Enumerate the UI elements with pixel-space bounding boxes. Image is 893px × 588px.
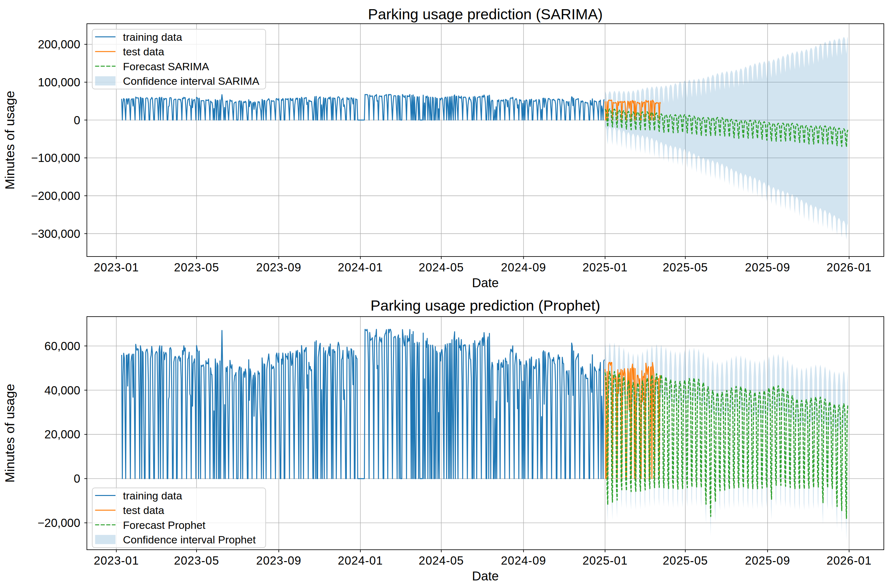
svg-text:Minutes of usage: Minutes of usage: [3, 384, 17, 482]
svg-text:Date: Date: [472, 276, 499, 290]
svg-text:Forecast Prophet: Forecast Prophet: [123, 519, 206, 531]
svg-text:Confidence interval Prophet: Confidence interval Prophet: [123, 534, 256, 546]
svg-text:Forecast SARIMA: Forecast SARIMA: [123, 60, 209, 72]
svg-text:2024-01: 2024-01: [338, 261, 383, 274]
svg-text:2024-05: 2024-05: [419, 554, 464, 567]
svg-text:2023-01: 2023-01: [94, 554, 139, 567]
svg-text:200,000: 200,000: [38, 38, 80, 51]
svg-text:2023-09: 2023-09: [256, 261, 302, 274]
svg-text:2025-09: 2025-09: [745, 261, 790, 274]
svg-text:40,000: 40,000: [44, 384, 80, 397]
svg-text:2025-09: 2025-09: [745, 554, 790, 567]
svg-text:2026-01: 2026-01: [827, 261, 872, 274]
svg-text:training data: training data: [123, 490, 182, 502]
svg-text:0: 0: [74, 472, 80, 485]
svg-text:2025-05: 2025-05: [663, 261, 708, 274]
svg-text:2023-01: 2023-01: [94, 261, 139, 274]
svg-text:test data: test data: [123, 45, 165, 58]
svg-text:Date: Date: [472, 569, 499, 583]
svg-text:0: 0: [74, 114, 80, 127]
svg-text:Parking usage prediction (Prop: Parking usage prediction (Prophet): [371, 297, 600, 314]
svg-text:Parking usage prediction (SARI: Parking usage prediction (SARIMA): [368, 6, 603, 22]
svg-text:−300,000: −300,000: [31, 227, 80, 240]
svg-text:−200,000: −200,000: [31, 189, 80, 202]
svg-text:Minutes of usage: Minutes of usage: [3, 91, 17, 189]
svg-text:2023-05: 2023-05: [174, 261, 219, 274]
svg-text:2023-05: 2023-05: [174, 554, 219, 567]
svg-text:2025-01: 2025-01: [583, 261, 628, 274]
svg-text:2024-01: 2024-01: [338, 554, 383, 567]
svg-text:2025-01: 2025-01: [583, 554, 628, 567]
svg-text:−20,000: −20,000: [38, 516, 80, 530]
svg-text:2024-09: 2024-09: [501, 554, 546, 567]
svg-text:training data: training data: [123, 31, 182, 43]
svg-text:2023-09: 2023-09: [256, 554, 302, 567]
svg-text:20,000: 20,000: [44, 428, 80, 441]
svg-text:test data: test data: [123, 504, 165, 516]
svg-text:2024-09: 2024-09: [501, 261, 546, 274]
svg-text:2024-05: 2024-05: [419, 261, 464, 274]
svg-text:Confidence interval SARIMA: Confidence interval SARIMA: [123, 75, 260, 87]
svg-text:−100,000: −100,000: [31, 152, 80, 165]
svg-text:2026-01: 2026-01: [827, 554, 872, 567]
svg-text:100,000: 100,000: [38, 76, 80, 89]
svg-text:2025-05: 2025-05: [663, 554, 708, 567]
svg-text:60,000: 60,000: [44, 340, 80, 352]
